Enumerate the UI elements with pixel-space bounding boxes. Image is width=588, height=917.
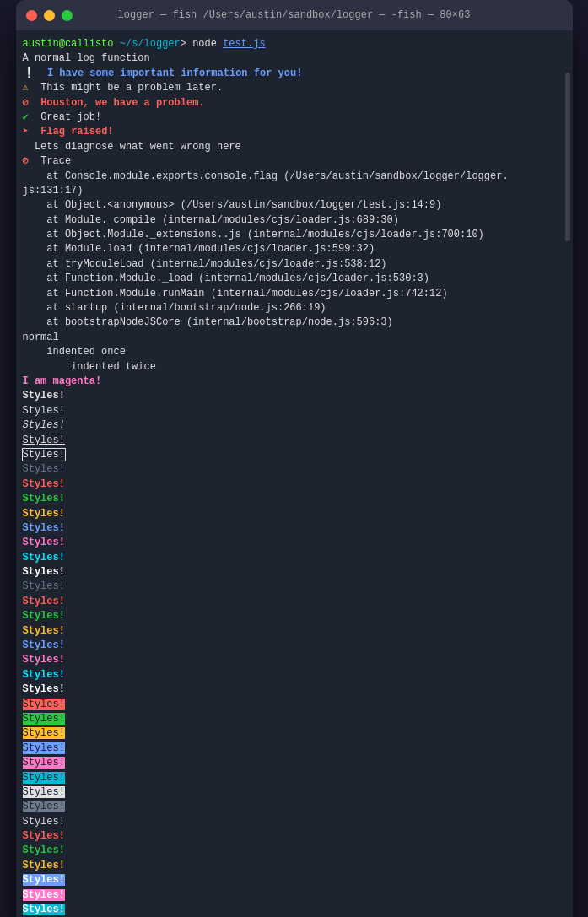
styles-bg-cyan2: Styles! [23,668,563,682]
line-trace1: at Console.module.exports.console.flag (… [23,170,563,184]
close-button[interactable] [26,10,37,21]
line-indent2: indented twice [23,360,563,375]
styles-bgbg-cyan: Styles! [23,771,563,785]
styles-bg-magenta3: Styles! [23,653,563,667]
styles-bgbg-green: Styles! [23,712,563,726]
line-trace: ⊘ Trace [23,154,563,169]
terminal-body[interactable]: austin@callisto ~/s/logger> node test.js… [16,30,573,917]
styles-bg-green: Styles! [23,609,563,623]
line-error: ⊘ Houston, we have a problem. [23,96,563,111]
line-trace2: at Object.<anonymous> (/Users/austin/san… [23,198,563,213]
maximize-button[interactable] [62,10,73,21]
styles-bold: Styles! [23,389,563,403]
line-magenta: I am magenta! [23,375,563,389]
styles-b2: Styles! [23,873,563,887]
styles-bgbg-red: Styles! [23,698,563,712]
styles-magenta2: Styles! [23,536,563,550]
styles-plain: Styles! [23,404,563,418]
scrollbar[interactable] [565,73,570,241]
styles-m2: Styles! [23,888,563,903]
styles-bgbg-white: Styles! [23,785,563,800]
styles-bg-blue2: Styles! [23,639,563,653]
styles-g2: Styles! [23,844,563,858]
line-warn: ⚠ This might be a problem later. [23,81,563,95]
styles-green: Styles! [23,492,563,506]
styles-bg-gray3: Styles! [23,800,563,814]
terminal-window: logger — fish /Users/austin/sandbox/logg… [16,0,573,917]
styles-bgbg-yellow: Styles! [23,726,563,741]
styles-red: Styles! [23,477,563,492]
line-prompt: austin@callisto ~/s/logger> node test.js [23,37,563,51]
styles-yellow: Styles! [23,507,563,521]
titlebar: logger — fish /Users/austin/sandbox/logg… [16,0,573,30]
line-trace9: at startup (internal/bootstrap/node.js:2… [23,301,563,316]
styles-gray: Styles! [23,462,563,477]
styles-white: Styles! [23,565,563,580]
line-trace10: at bootstrapNodeJSCore (internal/bootstr… [23,316,563,330]
styles-r2: Styles! [23,829,563,844]
terminal-output: austin@callisto ~/s/logger> node test.js… [16,30,573,917]
line-trace5: at Module.load (internal/modules/cjs/loa… [23,242,563,256]
styles-y2: Styles! [23,859,563,873]
line-flag: ➤ Flag raised! [23,125,563,139]
line-trace1b: js:131:17) [23,184,563,198]
styles-blue: Styles! [23,521,563,536]
line-trace6: at tryModuleLoad (internal/modules/cjs/l… [23,257,563,272]
styles-bg-red: Styles! [23,595,563,609]
styles-cyan: Styles! [23,551,563,565]
line-trace8: at Function.Module.runMain (internal/mod… [23,287,563,301]
styles-bg-yellow2: Styles! [23,624,563,639]
window-title: logger — fish /Users/austin/sandbox/logg… [118,9,471,21]
line-info: ❕ I have some important information for … [23,67,563,81]
styles-plain2: Styles! [23,815,563,829]
line-success: ✔ Great job! [23,111,563,125]
styles-gray2: Styles! [23,580,563,594]
line-normal: normal [23,331,563,345]
styles-bg-white2: Styles! [23,682,563,697]
styles-bgbg-blue: Styles! [23,742,563,756]
styles-underline: Styles! [23,434,563,448]
line-trace3: at Module._compile (internal/modules/cjs… [23,213,563,228]
styles-border: Styles! [23,448,563,462]
styles-italic: Styles! [23,418,563,433]
styles-c2: Styles! [23,903,563,917]
line-trace7: at Function.Module._load (internal/modul… [23,272,563,286]
line-normal-log: A normal log function [23,51,563,66]
minimize-button[interactable] [44,10,55,21]
line-diagnose: Lets diagnose what went wrong here [23,140,563,154]
line-indent1: indented once [23,345,563,359]
line-trace4: at Object.Module._extensions..js (intern… [23,228,563,242]
styles-bgbg-magenta: Styles! [23,756,563,770]
